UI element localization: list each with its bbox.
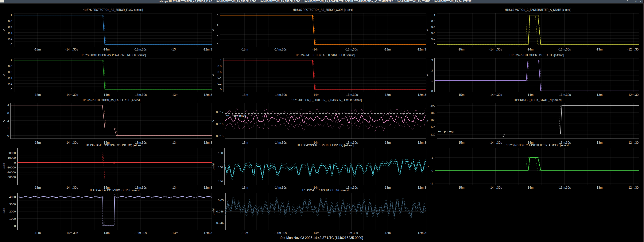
svg-text:⌃: ⌃ bbox=[626, 0, 628, 3]
svg-text:t0 = Mon Nov 03 2025 14:43:37: t0 = Mon Nov 03 2025 14:43:37 UTC [14462… bbox=[280, 236, 363, 240]
svg-text:–: – bbox=[630, 0, 631, 3]
svg-text:✕: ✕ bbox=[640, 0, 642, 3]
svg-text:□: □ bbox=[636, 0, 637, 2]
svg-text:ndscope: H1:SYS-PROTECTION_AS_: ndscope: H1:SYS-PROTECTION_AS_ERROR_FLAG… bbox=[159, 0, 472, 3]
